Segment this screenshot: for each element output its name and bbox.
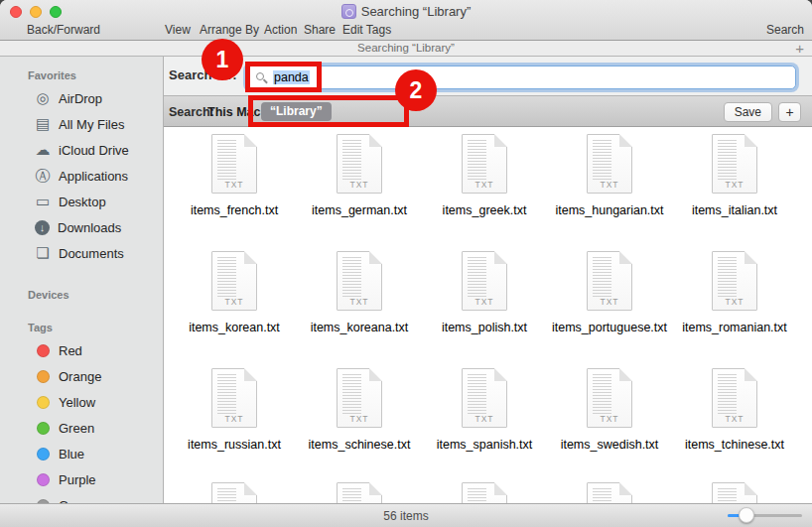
txt-file-icon: TXT: [337, 134, 382, 194]
search-input[interactable]: panda: [246, 66, 796, 89]
tag-dot-purple-icon: [37, 473, 50, 486]
sidebar-item-label: All My Files: [59, 117, 124, 132]
tag-dot-red-icon: [37, 344, 50, 357]
menu-share[interactable]: Share: [304, 23, 336, 37]
sidebar-tag-blue[interactable]: Blue: [0, 441, 163, 466]
menu-arrange-by[interactable]: Arrange By: [200, 23, 259, 37]
item-count: 56 items: [0, 509, 812, 523]
annotation-box-library-scope: [248, 95, 409, 127]
file-items-koreana[interactable]: TXT items_koreana.txt: [297, 251, 422, 335]
sidebar-header-tags: Tags: [28, 322, 163, 333]
icloud-icon: ☁: [33, 141, 53, 159]
desktop-icon: ▭: [33, 193, 53, 210]
sidebar-tag-yellow[interactable]: Yellow: [0, 389, 163, 415]
file-items-romanian[interactable]: TXT items_romanian.txt: [672, 251, 797, 335]
tag-dot-orange-icon: [37, 370, 50, 383]
sidebar-item-airdrop[interactable]: ◎ AirDrop: [0, 85, 163, 111]
downloads-icon: ↓: [35, 220, 50, 235]
sidebar-tag-purple[interactable]: Purple: [0, 466, 163, 492]
annotation-badge-2: 2: [395, 69, 437, 111]
tag-label: Yellow: [59, 395, 95, 410]
file-items-italian[interactable]: TXT items_italian.txt: [672, 134, 797, 218]
tag-label: Purple: [59, 472, 96, 487]
file-items-hungarian[interactable]: TXT items_hungarian.txt: [547, 134, 672, 218]
file-items-korean[interactable]: TXT items_korean.txt: [172, 251, 297, 335]
txt-file-icon: TXT: [712, 368, 757, 428]
sidebar-item-label: Downloads: [58, 220, 121, 235]
file-items-schinese[interactable]: TXT items_schinese.txt: [297, 368, 422, 453]
file-items-german[interactable]: TXT items_german.txt: [297, 134, 422, 218]
file-grid: TXT items_french.txt TXT items_german.tx…: [164, 127, 812, 503]
applications-icon: Ⓐ: [33, 167, 53, 185]
txt-file-icon: TXT: [337, 368, 382, 428]
tab-title: Searching “Library”: [0, 42, 812, 54]
tag-label: Orange: [59, 369, 101, 384]
sidebar-item-label: AirDrop: [59, 91, 102, 106]
sidebar-tag-red[interactable]: Red: [0, 337, 163, 363]
tag-label: Green: [59, 421, 94, 436]
slider-thumb[interactable]: [739, 507, 754, 523]
txt-file-icon: TXT: [211, 134, 257, 194]
sidebar: Favorites ◎ AirDrop ▤ All My Files ☁ iCl…: [0, 57, 164, 503]
sidebar-item-icloud-drive[interactable]: ☁ iCloud Drive: [0, 137, 163, 163]
txt-file-icon: TXT: [462, 368, 507, 428]
title-bar: Searching “Library” Back/Forward View Ar…: [0, 0, 812, 40]
airdrop-icon: ◎: [33, 89, 53, 107]
txt-file-icon: TXT: [211, 368, 257, 428]
file-items-portuguese[interactable]: TXT items_portuguese.txt: [547, 251, 672, 335]
tag-dot-green-icon: [37, 422, 50, 435]
sidebar-item-applications[interactable]: Ⓐ Applications: [0, 163, 163, 189]
menu-action[interactable]: Action: [264, 23, 297, 37]
back-forward-label[interactable]: Back/Forward: [27, 23, 100, 37]
tag-label: Red: [59, 343, 82, 358]
file-partial[interactable]: [422, 482, 547, 503]
sidebar-item-desktop[interactable]: ▭ Desktop: [0, 189, 163, 214]
sidebar-item-downloads[interactable]: ↓ Downloads: [0, 214, 163, 240]
documents-icon: ❏: [33, 244, 53, 262]
file-items-swedish[interactable]: TXT items_swedish.txt: [547, 368, 672, 453]
file-partial[interactable]: [672, 482, 797, 503]
add-criteria-button[interactable]: +: [778, 102, 801, 122]
sidebar-header-favorites: Favorites: [28, 69, 163, 81]
file-items-russian[interactable]: TXT items_russian.txt: [172, 368, 297, 453]
smart-folder-icon: [341, 4, 356, 19]
sidebar-item-documents[interactable]: ❏ Documents: [0, 240, 163, 266]
file-items-polish[interactable]: TXT items_polish.txt: [422, 251, 547, 335]
annotation-badge-1: 1: [202, 39, 243, 80]
file-items-greek[interactable]: TXT items_greek.txt: [422, 134, 547, 218]
txt-file-icon: TXT: [587, 368, 632, 428]
sidebar-tag-orange[interactable]: Orange: [0, 363, 163, 389]
window-title: Searching “Library”: [0, 4, 812, 19]
sidebar-item-label: iCloud Drive: [59, 143, 129, 158]
txt-file-icon: TXT: [712, 251, 757, 311]
tab-bar: Searching “Library” +: [0, 40, 812, 57]
file-items-spanish[interactable]: TXT items_spanish.txt: [422, 368, 547, 453]
finder-window: Searching “Library” Back/Forward View Ar…: [0, 0, 812, 527]
txt-file-icon: TXT: [337, 251, 382, 311]
menu-search[interactable]: Search: [766, 23, 804, 37]
sidebar-item-all-my-files[interactable]: ▤ All My Files: [0, 111, 163, 137]
txt-file-icon: TXT: [211, 251, 257, 311]
file-partial[interactable]: [172, 482, 297, 503]
sidebar-item-label: Applications: [59, 169, 128, 184]
new-tab-button[interactable]: +: [795, 41, 804, 56]
sidebar-tag-green[interactable]: Green: [0, 415, 163, 441]
file-partial[interactable]: [547, 482, 672, 503]
annotation-box-search-field: [245, 62, 322, 92]
txt-file-icon: TXT: [587, 134, 632, 194]
txt-file-icon: TXT: [462, 251, 507, 311]
txt-file-icon: TXT: [587, 251, 632, 311]
txt-file-icon: TXT: [712, 134, 757, 194]
status-bar: 56 items: [0, 503, 812, 527]
icon-size-slider[interactable]: [728, 514, 802, 517]
txt-file-icon: TXT: [462, 134, 507, 194]
tag-dot-yellow-icon: [37, 396, 50, 409]
save-button[interactable]: Save: [724, 102, 772, 122]
file-items-french[interactable]: TXT items_french.txt: [172, 134, 297, 218]
sidebar-tag-gray[interactable]: Gray: [0, 492, 163, 503]
menu-edit-tags[interactable]: Edit Tags: [342, 23, 391, 37]
file-items-tchinese[interactable]: TXT items_tchinese.txt: [672, 368, 797, 453]
tag-dot-blue-icon: [37, 448, 50, 461]
file-partial[interactable]: [297, 482, 422, 503]
menu-view[interactable]: View: [165, 23, 191, 37]
